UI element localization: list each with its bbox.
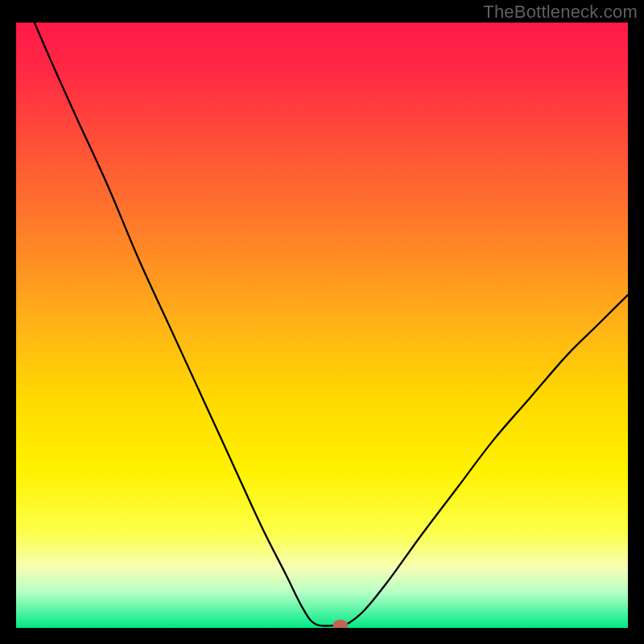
watermark-text: TheBottleneck.com xyxy=(483,2,638,23)
chart-frame: TheBottleneck.com xyxy=(0,0,644,644)
gradient-background xyxy=(16,23,628,628)
optimal-point-marker xyxy=(333,620,348,628)
bottleneck-chart xyxy=(16,23,628,628)
plot-area xyxy=(16,23,628,628)
